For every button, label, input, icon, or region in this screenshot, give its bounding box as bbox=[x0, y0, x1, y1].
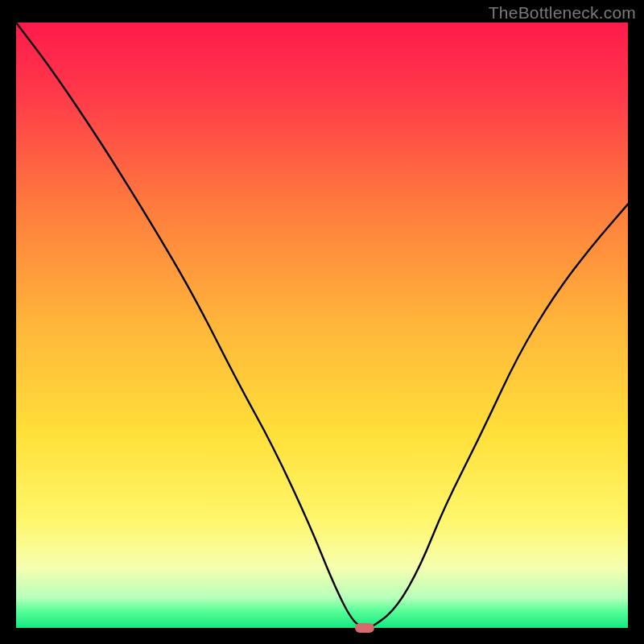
chart-frame: TheBottleneck.com bbox=[0, 0, 644, 644]
plot-area bbox=[16, 23, 628, 628]
bottleneck-curve bbox=[16, 23, 628, 628]
watermark-text: TheBottleneck.com bbox=[489, 3, 636, 23]
optimum-marker bbox=[355, 623, 374, 633]
